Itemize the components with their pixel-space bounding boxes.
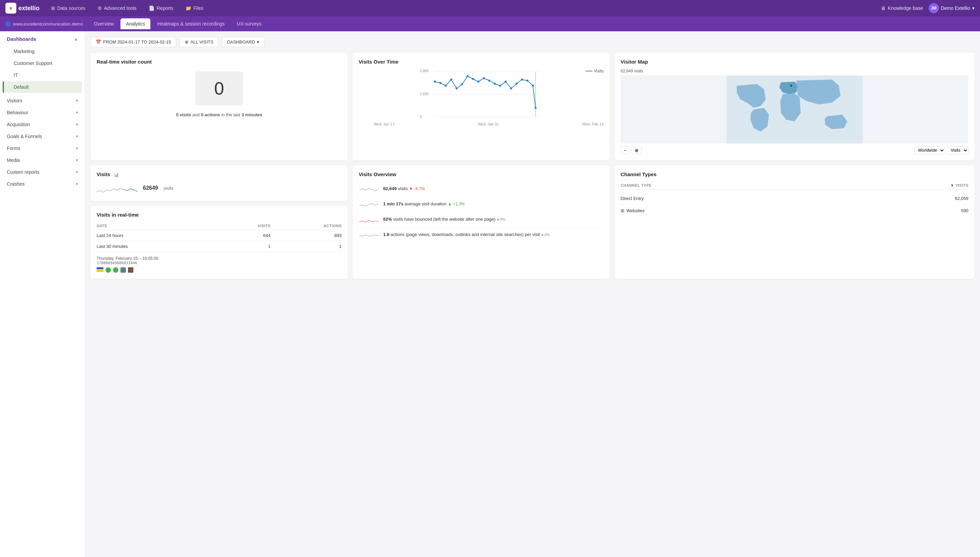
globe-icon: 🌐 [5, 21, 11, 26]
overview-text-1: 1 min 17s average visit duration ▲ +1.3% [383, 201, 465, 207]
svg-point-24 [526, 80, 528, 81]
dashboard-bottom-row: Visits 📊 62649 visits Visits in real [90, 165, 975, 279]
visits-over-time-card: Visits Over Time Visits 2,860 1,430 0 [353, 53, 610, 161]
svg-point-9 [445, 85, 447, 87]
nav-files[interactable]: 📁 Files [181, 3, 208, 13]
map-zoom-reset-btn[interactable]: ⊕ [632, 147, 642, 154]
overview-sparkline-0 [359, 184, 379, 194]
device-icon [121, 267, 126, 273]
visits-over-time-chart: 2,860 1,430 0 [359, 69, 604, 120]
nav-datasources[interactable]: ⊞ Data sources [46, 3, 90, 13]
rt-actions-0: 893 [271, 230, 341, 241]
sidebar-group-forms[interactable]: Forms ▾ [0, 142, 85, 154]
channel-visits-websites: 590 [961, 208, 969, 213]
channel-header: CHANNEL TYPE ▼ VISITS [621, 181, 969, 190]
map-zoom-out-btn[interactable]: − [621, 147, 629, 154]
dashboard-top-row: Real-time visitor count 0 0 visits and 0… [90, 53, 975, 161]
svg-point-25 [532, 85, 534, 87]
visitor-map-display [621, 75, 969, 143]
flag-sweden-icon [96, 267, 103, 272]
monitor-icon: 🖥 [881, 5, 886, 11]
channel-types-title: Channel Types [621, 171, 969, 177]
sort-icon: ▼ [951, 183, 954, 187]
sidebar-group-custom-reports[interactable]: Custom reports ▾ [0, 166, 85, 178]
reports-icon: 📄 [149, 5, 155, 11]
sidebar-item-default[interactable]: Default [3, 81, 82, 93]
sidebar-item-customer-support[interactable]: Customer Support [3, 57, 82, 69]
svg-point-17 [488, 80, 490, 81]
rt-visits-0: 644 [220, 230, 271, 241]
rt-actions-1: 1 [271, 241, 341, 252]
channel-visits-direct: 62,059 [955, 196, 969, 201]
rt-visits-1: 1 [220, 241, 271, 252]
sidebar-group-crashes[interactable]: Crashes ▾ [0, 178, 85, 190]
sidebar-group-media[interactable]: Media ▾ [0, 155, 85, 166]
map-region-select[interactable]: Worldwide [914, 146, 945, 155]
col-actions: ACTIONS [271, 222, 341, 230]
svg-point-16 [483, 77, 485, 79]
visits-summary: 62649 visits [96, 181, 341, 195]
chevron-down-icon: ▾ [972, 5, 975, 11]
svg-point-8 [439, 82, 441, 84]
segment-filter[interactable]: ⊕ ALL VISITS [180, 37, 219, 47]
chevron-down-icon: ▾ [76, 98, 78, 103]
visits-card-title: Visits 📊 [96, 171, 341, 177]
world-map-svg [621, 75, 969, 143]
sidebar-header-dashboards[interactable]: Dashboards ▲ [0, 33, 85, 45]
realtime-visitor-title: Real-time visitor count [96, 59, 341, 65]
files-icon: 📁 [185, 5, 191, 11]
svg-point-23 [521, 78, 523, 81]
channel-row-websites: ⊞ Websites 590 [621, 205, 969, 217]
user-menu[interactable]: JM Demo Extellio ▾ [929, 3, 975, 13]
chevron-down-icon: ▾ [76, 158, 78, 163]
map-metric-select[interactable]: Visits [947, 146, 969, 155]
visits-unit: visits [164, 186, 173, 191]
channel-types-card: Channel Types CHANNEL TYPE ▼ VISITS Dire… [614, 165, 975, 279]
overview-item-3: 1.9 actions (page views, downloads, outl… [359, 227, 604, 242]
neutral-dot-1: ● 0% [541, 233, 550, 237]
channel-row-direct: Direct Entry 62,059 [621, 192, 969, 205]
sidebar-group-behaviour[interactable]: Behaviour ▾ [0, 107, 85, 118]
sidebar-item-marketing[interactable]: Marketing [3, 46, 82, 57]
tools-icon: ⚙ [98, 5, 102, 11]
site-url: 🌐 www.excellentcommunication.demo [5, 21, 83, 26]
nav-right: 🖥 Knowledge base JM Demo Extellio ▾ [881, 3, 975, 13]
logo-text: e [10, 6, 12, 11]
svg-point-12 [461, 83, 463, 85]
realtime-visitor-card: Real-time visitor count 0 0 visits and 0… [90, 53, 348, 161]
chevron-down-icon: ▾ [76, 170, 78, 174]
svg-point-20 [505, 81, 507, 83]
tab-analytics[interactable]: Analytics [121, 18, 150, 29]
logo-label: extellio [18, 5, 39, 12]
neutral-dot-0: ● 0% [497, 217, 506, 221]
logo-icon: e [5, 3, 16, 14]
overview-text-0: 62,649 visits ▼ -4.7% [383, 186, 425, 192]
overview-sparkline-2 [359, 215, 379, 224]
tab-heatmaps[interactable]: Heatmaps & session recordings [152, 18, 230, 29]
map-controls: − ⊕ Worldwide Visits [621, 146, 969, 155]
tab-ux-surveys[interactable]: UX-surveys [231, 18, 267, 29]
nav-reports[interactable]: 📄 Reports [144, 3, 178, 13]
logo: e extellio [5, 3, 39, 14]
svg-text:1,430: 1,430 [420, 92, 428, 96]
nav-advanced-tools[interactable]: ⚙ Advanced tools [93, 3, 142, 13]
expand-icon[interactable]: ⊞ [621, 208, 624, 213]
overview-item-2: 62% visits have bounced (left the websit… [359, 212, 604, 227]
visitor-map-card: Visitor Map 62,649 visits [614, 53, 975, 161]
knowledge-base-btn[interactable]: 🖥 Knowledge base [881, 5, 923, 11]
svg-point-19 [499, 85, 501, 87]
sidebar-item-it[interactable]: IT [3, 69, 82, 81]
view-filter[interactable]: DASHBOARD ▾ [222, 37, 265, 47]
top-nav: e extellio ⊞ Data sources ⚙ Advanced too… [0, 0, 980, 16]
svg-point-22 [516, 83, 518, 85]
sidebar-group-goals-funnels[interactable]: Goals & Funnels ▾ [0, 130, 85, 142]
sidebar-group-acquisition[interactable]: Acquisition ▾ [0, 119, 85, 130]
sidebar-group-visitors[interactable]: Visitors ▾ [0, 95, 85, 106]
date-range-filter[interactable]: 📅 FROM 2024-01-17 TO 2024-02-15 [90, 37, 176, 47]
rt-date-0: Last 24 hours [96, 230, 220, 241]
svg-point-18 [494, 83, 496, 85]
overview-sparkline-1 [359, 199, 379, 209]
table-row: Last 24 hours 644 893 [96, 230, 341, 241]
overview-item-0: 62,649 visits ▼ -4.7% [359, 181, 604, 197]
tab-overview[interactable]: Overview [88, 18, 119, 29]
